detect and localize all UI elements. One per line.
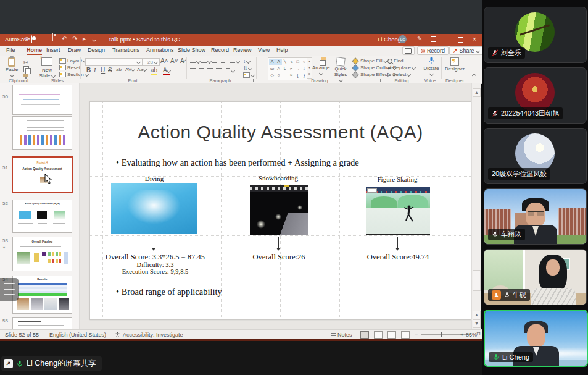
shape-icon[interactable]: A <box>269 59 275 65</box>
scrollbar-thumb[interactable] <box>473 270 481 291</box>
shape-icon[interactable]: ○ <box>275 72 281 78</box>
floating-menu-button[interactable] <box>0 278 19 301</box>
filename[interactable]: talk.pptx • Saved to this PC <box>109 36 180 43</box>
ink-pen-icon[interactable]: ✎ <box>417 35 422 42</box>
autosave-toggle[interactable]: On <box>31 35 32 43</box>
language-status[interactable]: English (United States) <box>49 332 106 338</box>
qat-customize-icon[interactable] <box>92 38 96 42</box>
tab-view[interactable]: View <box>258 47 270 53</box>
zoom-out-icon[interactable]: − <box>415 332 418 338</box>
tab-review[interactable]: Review <box>233 47 252 53</box>
normal-view-icon[interactable] <box>360 331 369 339</box>
tab-design[interactable]: Design <box>88 47 105 53</box>
new-slide-button[interactable]: New Slide <box>37 57 57 78</box>
shrink-font-button[interactable]: A˅ <box>170 57 178 64</box>
start-slideshow-icon[interactable]: ▸ <box>83 35 86 42</box>
grow-font-button[interactable]: A˄ <box>160 57 168 64</box>
slide-thumbnail-51-selected[interactable]: Project 4 Action Quality Assessment <box>12 156 73 193</box>
cut-button[interactable]: ✂ <box>23 59 28 65</box>
redo-icon[interactable]: ↷ <box>72 35 77 42</box>
slide-bullet-2[interactable]: • Broad range of applicability <box>116 287 222 297</box>
collapse-ribbon-icon[interactable] <box>473 74 476 77</box>
reset-button[interactable]: Reset <box>59 65 80 70</box>
section-button[interactable]: Section <box>59 72 88 77</box>
bullets-button[interactable] <box>190 59 200 64</box>
shape-icon[interactable]: ╲ <box>282 59 288 65</box>
highlight-color-button[interactable]: ab <box>151 67 157 75</box>
paste-button[interactable]: Paste <box>4 57 20 78</box>
shape-fill-button[interactable]: Shape Fill <box>353 58 387 64</box>
previous-slide-icon[interactable]: ▲ <box>473 311 481 319</box>
share-button[interactable]: ↗Share <box>449 46 483 55</box>
shape-icon[interactable]: ⌐ <box>288 65 294 72</box>
reading-view-icon[interactable] <box>387 331 396 339</box>
tab-insert[interactable]: Insert <box>46 47 60 53</box>
change-case-button[interactable]: Aa <box>137 67 146 72</box>
shape-icon[interactable]: □ <box>294 59 300 65</box>
scroll-up-icon[interactable]: ▲ <box>473 88 481 97</box>
close-button[interactable]: × <box>471 36 478 43</box>
next-slide-icon[interactable]: ▼ <box>473 319 481 328</box>
font-color-button[interactable]: A <box>163 67 170 75</box>
clear-formatting-button[interactable]: A̷ <box>180 57 184 64</box>
slideshow-view-icon[interactable] <box>401 331 410 339</box>
underline-button[interactable]: U <box>101 67 105 74</box>
restore-button[interactable] <box>458 37 463 43</box>
replace-button[interactable]: ⇄Replace <box>387 65 415 70</box>
zoom-level[interactable]: 85% <box>466 332 477 338</box>
animation-star-icon[interactable]: ✶ <box>2 245 6 250</box>
participant-tile[interactable]: 牛砚 <box>484 249 587 305</box>
italic-button[interactable]: I <box>94 67 96 74</box>
slide-sorter-view-icon[interactable] <box>374 331 383 339</box>
designer-button[interactable]: Designer <box>444 57 465 72</box>
shape-icon[interactable]: ~ <box>282 72 288 78</box>
slide-canvas[interactable]: Action Quality Assessment (AQA) • Evalua… <box>89 101 471 320</box>
format-painter-button[interactable] <box>23 74 28 77</box>
ribbon-options-icon[interactable] <box>431 36 436 42</box>
tab-help[interactable]: Help <box>276 47 288 53</box>
slide-thumbnail-50[interactable] <box>12 116 72 150</box>
shape-icon[interactable]: ▭ <box>269 65 275 72</box>
zoom-in-icon[interactable]: + <box>460 332 463 338</box>
tab-transitions[interactable]: Transitions <box>112 47 139 53</box>
font-dialog-launcher[interactable] <box>181 79 184 82</box>
shape-gallery[interactable]: AA╲↘□○▭△L⌐→↓◇○~≈{} <box>268 57 308 80</box>
text-direction-button[interactable]: ↕ <box>243 59 250 64</box>
fit-slide-icon[interactable]: ⊡ <box>476 331 481 337</box>
user-name[interactable]: Li Cheng <box>378 36 401 43</box>
convert-smartart-button[interactable] <box>243 72 254 78</box>
slide-thumbnail-55[interactable] <box>12 317 72 331</box>
layout-button[interactable]: Layout <box>59 58 86 64</box>
shape-icon[interactable]: L <box>282 65 288 72</box>
copy-button[interactable] <box>23 66 29 72</box>
editor-scrollbar[interactable]: ▲ ▲ ▼ <box>471 83 481 329</box>
slide-thumbnail-49[interactable] <box>12 85 72 115</box>
select-button[interactable]: ▷Select <box>387 72 410 77</box>
tab-file[interactable]: File <box>6 47 15 53</box>
font-name-combobox[interactable] <box>85 58 143 66</box>
font-size-combobox[interactable]: 28 <box>142 58 160 66</box>
justify-button[interactable] <box>216 68 222 73</box>
undo-icon[interactable]: ↶ <box>62 35 67 42</box>
shape-icon[interactable]: A <box>275 59 281 65</box>
diving-image[interactable] <box>111 183 197 234</box>
tab-slide-show[interactable]: Slide Show <box>178 47 205 53</box>
slide-info[interactable]: Slide 52 of 55 <box>5 332 39 338</box>
align-right-button[interactable] <box>207 68 213 73</box>
tab-draw[interactable]: Draw <box>68 47 81 53</box>
figure-skating-image[interactable] <box>366 187 430 235</box>
text-shadow-button[interactable]: ab <box>116 67 122 72</box>
snowboarding-image[interactable] <box>250 185 308 235</box>
increase-indent-button[interactable] <box>221 59 225 64</box>
avatar[interactable]: LC <box>399 35 407 43</box>
screen-share-indicator[interactable]: ↗ Li Cheng的屏幕共享 <box>1 356 102 371</box>
line-spacing-button[interactable] <box>230 59 239 64</box>
accessibility-status[interactable]: Accessibility: Investigate <box>123 332 183 338</box>
slide-thumbnail-53[interactable]: Overall Pipeline <box>12 237 72 271</box>
paragraph-dialog-launcher[interactable] <box>251 79 254 82</box>
participant-tile[interactable]: 2022544043田朝旭 <box>484 67 587 124</box>
align-left-button[interactable] <box>190 68 196 73</box>
bold-button[interactable]: B <box>86 67 91 74</box>
zoom-slider-thumb[interactable] <box>441 332 442 337</box>
slide-title[interactable]: Action Quality Assessment (AQA) <box>90 122 471 143</box>
